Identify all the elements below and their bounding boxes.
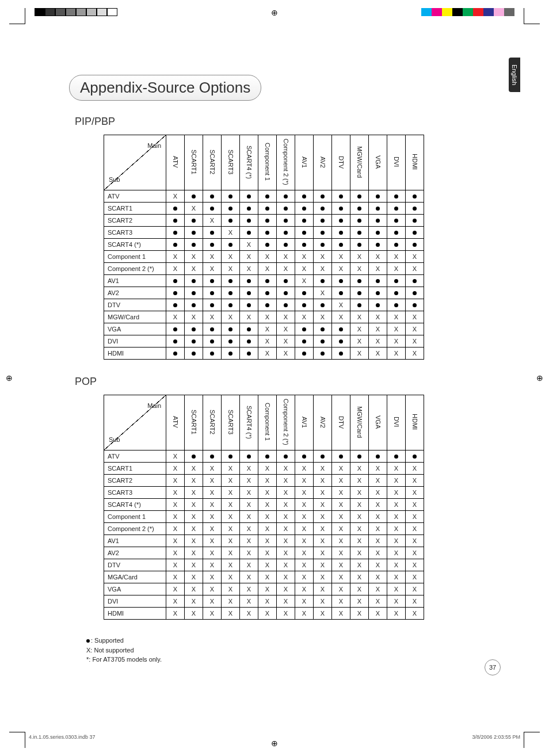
table-cell bbox=[185, 190, 203, 203]
table-cell: X bbox=[277, 487, 295, 499]
supported-dot-icon bbox=[210, 243, 214, 247]
row-label: SCART4 (*) bbox=[104, 239, 166, 251]
table-cell: X bbox=[166, 251, 185, 263]
table-cell: X bbox=[240, 251, 258, 263]
table-cell bbox=[369, 299, 387, 311]
table-cell: X bbox=[222, 571, 240, 583]
table-cell bbox=[295, 190, 314, 203]
table-cell: X bbox=[406, 571, 424, 583]
row-label: DTV bbox=[104, 559, 166, 571]
table-cell bbox=[277, 287, 295, 299]
column-header: SCART1 bbox=[185, 395, 203, 450]
row-label: SCART2 bbox=[104, 475, 166, 487]
table-cell bbox=[387, 190, 406, 203]
table-cell: X bbox=[387, 547, 406, 559]
table-cell bbox=[350, 190, 369, 203]
table-cell: X bbox=[203, 547, 222, 559]
table-cell: X bbox=[369, 535, 387, 547]
table-cell bbox=[277, 275, 295, 287]
supported-dot-icon bbox=[192, 243, 196, 247]
supported-dot-icon bbox=[394, 207, 398, 211]
table-cell: X bbox=[350, 463, 369, 475]
table-cell: X bbox=[406, 595, 424, 608]
supported-dot-icon bbox=[228, 455, 232, 459]
column-header: SCART2 bbox=[203, 395, 222, 450]
table-cell: X bbox=[222, 583, 240, 595]
table-row: SCART4 (*)X bbox=[104, 239, 424, 251]
table-cell: X bbox=[222, 251, 240, 263]
supported-dot-icon bbox=[228, 194, 232, 198]
table-cell bbox=[369, 239, 387, 251]
supported-dot-icon bbox=[284, 231, 288, 235]
table-row: HDMIXXXXXX bbox=[104, 348, 424, 360]
table-cell bbox=[295, 227, 314, 239]
table-cell: X bbox=[240, 571, 258, 583]
table-cell: X bbox=[222, 535, 240, 547]
table-cell: X bbox=[222, 499, 240, 511]
table-cell: X bbox=[203, 499, 222, 511]
section-heading-pop: POP bbox=[75, 376, 503, 388]
supported-dot-icon bbox=[302, 291, 306, 295]
table-cell bbox=[166, 323, 185, 335]
table-cell: X bbox=[166, 571, 185, 583]
supported-dot-icon bbox=[339, 231, 343, 235]
supported-dot-icon bbox=[413, 279, 417, 283]
table-cell: X bbox=[350, 559, 369, 571]
table-row: Component 2 (*)XXXXXXXXXXXXXX bbox=[104, 523, 424, 535]
supported-dot-icon bbox=[228, 219, 232, 223]
supported-dot-icon bbox=[357, 303, 361, 307]
supported-dot-icon bbox=[394, 303, 398, 307]
table-cell: X bbox=[185, 535, 203, 547]
table-cell: X bbox=[166, 583, 185, 595]
table-cell: X bbox=[166, 547, 185, 559]
table-cell: X bbox=[277, 463, 295, 475]
supported-dot-icon bbox=[394, 291, 398, 295]
supported-dot-icon bbox=[265, 243, 269, 247]
table-cell: X bbox=[350, 251, 369, 263]
table-cell: X bbox=[387, 263, 406, 275]
table-cell: X bbox=[314, 251, 332, 263]
table-cell bbox=[387, 215, 406, 227]
page-content: English Appendix-Source Options PIP/PBP … bbox=[29, 35, 520, 721]
supported-dot-icon bbox=[376, 279, 380, 283]
supported-dot-icon bbox=[339, 219, 343, 223]
table-cell bbox=[222, 203, 240, 215]
supported-dot-icon bbox=[173, 352, 177, 356]
supported-dot-icon bbox=[247, 455, 251, 459]
table-cell: X bbox=[350, 595, 369, 608]
row-label: SCART1 bbox=[104, 203, 166, 215]
page-title: Appendix-Source Options bbox=[69, 75, 261, 101]
column-header: Component 1 bbox=[258, 135, 277, 190]
table-cell bbox=[350, 299, 369, 311]
supported-dot-icon bbox=[357, 243, 361, 247]
table-cell bbox=[277, 215, 295, 227]
supported-dot-icon bbox=[247, 303, 251, 307]
table-cell: X bbox=[166, 263, 185, 275]
supported-dot-icon bbox=[192, 327, 196, 331]
table-cell bbox=[314, 239, 332, 251]
table-cell: X bbox=[350, 535, 369, 547]
crop-mark bbox=[9, 8, 25, 24]
table-row: DTVX bbox=[104, 299, 424, 311]
table-cell bbox=[406, 227, 424, 239]
table-cell: X bbox=[369, 311, 387, 323]
table-cell: X bbox=[387, 463, 406, 475]
table-cell bbox=[369, 215, 387, 227]
supported-dot-icon bbox=[265, 291, 269, 295]
table-cell: X bbox=[387, 475, 406, 487]
table-cell: X bbox=[166, 190, 185, 203]
table-cell: X bbox=[203, 463, 222, 475]
table-cell: X bbox=[295, 608, 314, 620]
supported-dot-icon bbox=[247, 194, 251, 198]
supported-dot-icon bbox=[413, 231, 417, 235]
table-cell bbox=[332, 227, 350, 239]
table-cell: X bbox=[185, 311, 203, 323]
table-cell: X bbox=[222, 559, 240, 571]
table-cell bbox=[166, 348, 185, 360]
table-cell: X bbox=[222, 608, 240, 620]
column-header: DTV bbox=[332, 395, 350, 450]
supported-dot-icon bbox=[265, 455, 269, 459]
table-cell: X bbox=[185, 571, 203, 583]
supported-dot-icon bbox=[394, 279, 398, 283]
table-cell bbox=[314, 215, 332, 227]
